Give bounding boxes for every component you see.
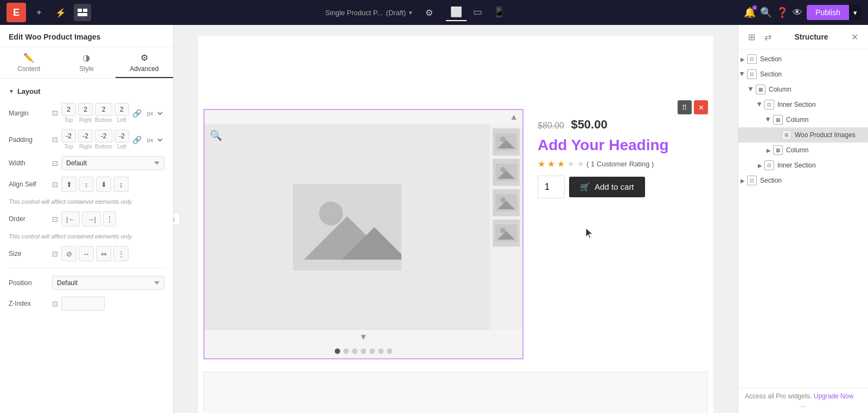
tree-icon-inner-section2: ⊡	[764, 160, 774, 170]
tree-item-section3[interactable]: ▶ ⊡ Section	[738, 173, 868, 188]
tree-icon-woo: ⊞	[782, 130, 792, 140]
more-dots[interactable]: ...	[745, 400, 861, 409]
upgrade-now-link[interactable]: Upgrade Now	[814, 392, 853, 400]
tree-arrow-column3[interactable]: ▶	[764, 146, 773, 154]
collapse-panel-button[interactable]: ‹	[174, 212, 180, 225]
structure-tree: ▶ ⊡ Section ▶ ⊡ Section ▶ ▦ Column ▶ ⊡ I…	[738, 49, 868, 388]
star-1: ★	[538, 159, 545, 169]
width-select[interactable]: DefaultCustomInitial	[61, 156, 164, 170]
position-select[interactable]: DefaultFixedAbsolute	[52, 276, 164, 290]
notifications-button[interactable]: 🔔	[744, 7, 756, 18]
padding-right-input[interactable]	[78, 130, 93, 143]
padding-unit-selector[interactable]: pxem%	[145, 136, 164, 144]
size-grow-button[interactable]: ↔	[79, 246, 94, 261]
tree-item-inner-section2[interactable]: ▶ ⊡ Inner Section	[738, 158, 868, 173]
align-top-button[interactable]: ⬆	[61, 177, 76, 192]
margin-top-input[interactable]	[61, 103, 76, 116]
size-none-button[interactable]: ⊘	[61, 246, 76, 261]
main-layout: Edit Woo Product Images ✏️ Content ◑ Sty…	[0, 25, 868, 413]
dot-6[interactable]	[378, 349, 384, 354]
mobile-view-button[interactable]: 📱	[489, 4, 509, 21]
structure-sort-icon-button[interactable]: ⇄	[761, 30, 774, 43]
image-search-icon[interactable]: 🔍	[210, 130, 222, 141]
tree-item-woo-product-images[interactable]: ▶ ⊞ Woo Product Images	[738, 127, 868, 143]
image-nav-down-button[interactable]: ▼	[359, 332, 368, 342]
tab-style[interactable]: ◑ Style	[58, 47, 115, 78]
structure-layout-icon-button[interactable]: ⊞	[745, 30, 758, 43]
price-row: $80.00 $50.00	[538, 118, 726, 132]
thumbnail-1[interactable]	[493, 128, 520, 156]
thumbnail-3[interactable]	[493, 189, 520, 216]
help-button[interactable]: ❓	[776, 7, 788, 18]
elementor-logo[interactable]: E	[7, 3, 26, 22]
tablet-view-button[interactable]: ▭	[469, 4, 487, 21]
align-bottom-button[interactable]: ⬇	[96, 177, 111, 192]
tab-advanced[interactable]: ⚙ Advanced	[116, 47, 173, 78]
tree-arrow-column2[interactable]: ▶	[764, 115, 773, 124]
publish-dropdown-button[interactable]: ▾	[849, 5, 861, 20]
page-settings-button[interactable]: ⚙	[421, 4, 437, 21]
structure-close-button[interactable]: ✕	[848, 30, 861, 43]
tree-label-section3: Section	[760, 177, 782, 184]
dot-3[interactable]	[352, 349, 358, 354]
preview-button[interactable]: 👁	[793, 7, 802, 18]
dot-7[interactable]	[387, 349, 392, 354]
tab-content[interactable]: ✏️ Content	[0, 47, 58, 78]
margin-right-input[interactable]	[78, 103, 93, 116]
tree-arrow-section1[interactable]: ▶	[738, 55, 747, 63]
margin-top-wrap: Top	[61, 103, 76, 123]
publish-button[interactable]: Publish	[807, 5, 849, 20]
dot-4[interactable]	[361, 349, 366, 354]
tree-arrow-section3[interactable]: ▶	[738, 176, 747, 185]
structure-button[interactable]	[74, 4, 91, 21]
dot-2[interactable]	[343, 349, 349, 354]
image-nav-up-button[interactable]: ▲	[509, 112, 518, 122]
dot-1[interactable]	[335, 349, 340, 354]
order-end-button[interactable]: →|	[82, 211, 100, 227]
quantity-input[interactable]	[538, 176, 565, 198]
tree-item-column2[interactable]: ▶ ▦ Column	[738, 112, 868, 127]
thumbnail-2[interactable]	[493, 159, 520, 186]
padding-left-input[interactable]	[114, 130, 129, 143]
align-stretch-button[interactable]: ↨	[113, 177, 129, 192]
tree-arrow-inner-section1[interactable]: ▶	[756, 100, 764, 109]
add-widget-button[interactable]: +	[30, 4, 48, 21]
tree-item-section2[interactable]: ▶ ⊡ Section	[738, 67, 868, 82]
tree-arrow-column1[interactable]: ▶	[747, 85, 756, 94]
padding-top-input[interactable]	[61, 130, 76, 143]
align-middle-button[interactable]: ↕	[79, 177, 94, 192]
price-old: $80.00	[538, 121, 564, 130]
margin-left-input[interactable]	[114, 103, 129, 116]
size-more-button[interactable]: ⋮	[113, 246, 129, 261]
structure-panel-title: Structure	[794, 33, 828, 41]
search-button[interactable]: 🔍	[760, 7, 772, 18]
z-index-input[interactable]	[61, 296, 105, 311]
tree-item-section1[interactable]: ▶ ⊡ Section	[738, 51, 868, 67]
tree-item-inner-section1[interactable]: ▶ ⊡ Inner Section	[738, 97, 868, 112]
tree-arrow-inner-section2[interactable]: ▶	[756, 161, 764, 170]
product-images-widget[interactable]: ▲ 🔍	[203, 109, 524, 359]
margin-bottom-wrap: Bottom	[95, 103, 112, 123]
layout-toggle-arrow[interactable]: ▼	[9, 88, 14, 94]
desktop-view-button[interactable]: ⬜	[446, 4, 467, 21]
position-field-row: Position DefaultFixedAbsolute	[9, 276, 164, 290]
padding-link-icon[interactable]: 🔗	[132, 135, 142, 144]
margin-unit-selector[interactable]: pxem%	[145, 109, 164, 117]
add-to-cart-button[interactable]: 🛒 Add to cart	[569, 177, 645, 197]
settings-button[interactable]: ⚡	[52, 4, 69, 21]
padding-bottom-label: Bottom	[95, 144, 112, 150]
widget-close-button[interactable]: ✕	[694, 100, 708, 114]
tree-item-column3[interactable]: ▶ ▦ Column	[738, 143, 868, 158]
order-start-button[interactable]: |←	[61, 211, 80, 227]
order-more-button[interactable]: ⋮	[103, 211, 116, 227]
tree-arrow-section2[interactable]: ▶	[738, 70, 747, 79]
tree-item-column1[interactable]: ▶ ▦ Column	[738, 82, 868, 97]
dot-5[interactable]	[369, 349, 375, 354]
widget-move-button[interactable]: ⠿	[678, 100, 692, 114]
margin-link-icon[interactable]: 🔗	[132, 109, 142, 118]
thumbnail-4[interactable]	[493, 220, 520, 247]
size-shrink-button[interactable]: ⇔	[96, 246, 111, 261]
panel-content: ▼ Layout Margin ⊡ Top Right	[0, 79, 173, 413]
margin-bottom-input[interactable]	[95, 103, 112, 116]
padding-bottom-input[interactable]	[95, 130, 112, 143]
